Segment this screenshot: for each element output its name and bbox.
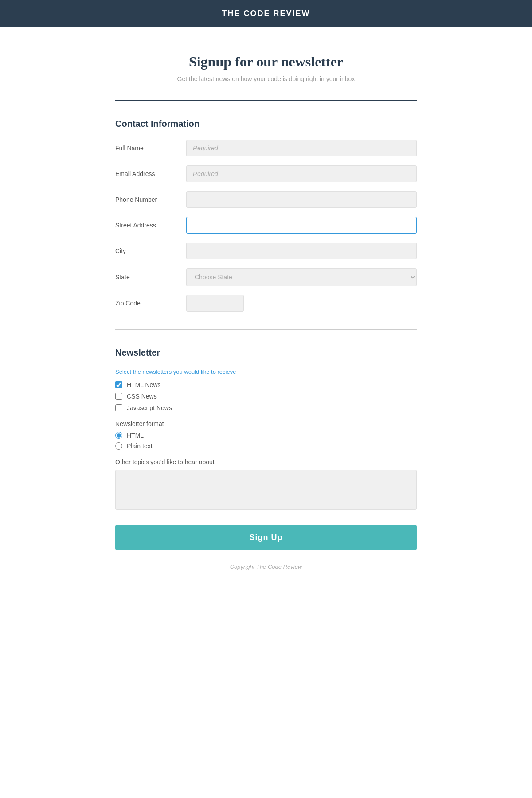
site-title: THE CODE REVIEW: [222, 9, 310, 18]
js-news-item: Javascript News: [115, 404, 417, 411]
zip-row: Zip Code: [115, 295, 417, 312]
copyright-text: Copyright The Code Review: [230, 563, 302, 570]
site-header: THE CODE REVIEW: [0, 0, 532, 27]
city-input[interactable]: [186, 243, 417, 259]
newsletter-description: Select the newsletters you would like to…: [115, 368, 417, 375]
js-news-label: Javascript News: [127, 404, 172, 411]
signup-button[interactable]: Sign Up: [115, 525, 417, 550]
city-row: City: [115, 243, 417, 259]
city-label: City: [115, 247, 186, 254]
plain-text-format-label: Plain text: [127, 442, 153, 450]
state-row: State Choose State Alabama Alaska Arizon…: [115, 268, 417, 286]
phone-input[interactable]: [186, 191, 417, 208]
state-label: State: [115, 274, 186, 281]
page-footer: Copyright The Code Review: [115, 563, 417, 570]
plain-text-format-radio[interactable]: [115, 442, 122, 450]
zip-input[interactable]: [186, 295, 244, 312]
state-select[interactable]: Choose State Alabama Alaska Arizona Cali…: [186, 268, 417, 286]
css-news-item: CSS News: [115, 393, 417, 400]
other-topics-label: Other topics you'd like to hear about: [115, 458, 417, 466]
page-title: Signup for our newsletter: [115, 54, 417, 70]
top-divider: [115, 100, 417, 101]
full-name-row: Full Name: [115, 140, 417, 156]
other-topics-textarea[interactable]: [115, 470, 417, 510]
full-name-label: Full Name: [115, 145, 186, 152]
street-input[interactable]: [186, 217, 417, 234]
newsletter-format-group: HTML Plain text: [115, 432, 417, 450]
js-news-checkbox[interactable]: [115, 404, 122, 411]
email-row: Email Address: [115, 165, 417, 182]
middle-divider: [115, 329, 417, 330]
full-name-input[interactable]: [186, 140, 417, 156]
css-news-label: CSS News: [127, 393, 157, 400]
street-row: Street Address: [115, 217, 417, 234]
html-format-radio[interactable]: [115, 432, 122, 439]
email-input[interactable]: [186, 165, 417, 182]
css-news-checkbox[interactable]: [115, 393, 122, 400]
phone-row: Phone Number: [115, 191, 417, 208]
plain-text-format-item: Plain text: [115, 442, 417, 450]
phone-label: Phone Number: [115, 196, 186, 203]
street-label: Street Address: [115, 222, 186, 229]
newsletter-checkboxes: HTML News CSS News Javascript News: [115, 381, 417, 411]
page-title-section: Signup for our newsletter Get the latest…: [115, 54, 417, 82]
email-label: Email Address: [115, 170, 186, 177]
contact-section: Contact Information Full Name Email Addr…: [115, 119, 417, 312]
html-news-item: HTML News: [115, 381, 417, 388]
html-news-checkbox[interactable]: [115, 381, 122, 388]
page-subtitle: Get the latest news on how your code is …: [115, 75, 417, 82]
main-content: Signup for our newsletter Get the latest…: [106, 27, 426, 606]
newsletter-section: Newsletter Select the newsletters you wo…: [115, 348, 417, 550]
contact-section-heading: Contact Information: [115, 119, 417, 129]
html-news-label: HTML News: [127, 381, 161, 388]
zip-label: Zip Code: [115, 300, 186, 307]
format-label: Newsletter format: [115, 420, 417, 427]
html-format-item: HTML: [115, 432, 417, 439]
newsletter-heading: Newsletter: [115, 348, 417, 358]
html-format-label: HTML: [127, 432, 144, 439]
